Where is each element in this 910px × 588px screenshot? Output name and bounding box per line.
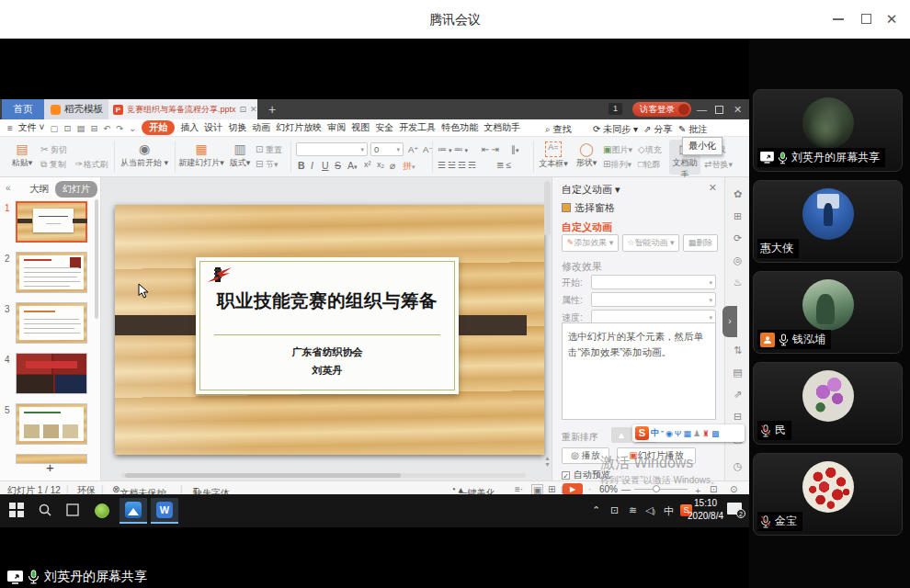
wps-minimize-icon[interactable]: — bbox=[697, 104, 707, 115]
wps-close-icon[interactable]: ✕ bbox=[734, 104, 742, 116]
layout-button[interactable]: ▥版式▾ bbox=[226, 141, 254, 169]
clear-format-button[interactable]: ⌀ bbox=[390, 160, 395, 171]
tray-expand-icon[interactable]: ⌃ bbox=[592, 504, 600, 516]
tray-icon[interactable]: ⊟ bbox=[725, 411, 750, 423]
lamp-icon[interactable]: ♨ bbox=[725, 277, 750, 288]
tray-volume-icon[interactable]: ◁) bbox=[645, 504, 655, 516]
slide-4-thumbnail[interactable] bbox=[16, 353, 87, 394]
spacing-buttons[interactable]: ≣≤ bbox=[496, 160, 513, 170]
fill-button[interactable]: ◇填充 bbox=[638, 144, 662, 156]
print-icon[interactable]: ▤ bbox=[76, 123, 85, 133]
start-button[interactable] bbox=[9, 503, 24, 521]
thumbnail-scrollbar[interactable] bbox=[95, 199, 98, 319]
participant-tile-screen-share[interactable]: 刘英丹的屏幕共享 bbox=[753, 89, 903, 172]
picture-button[interactable]: ▣图片▾ bbox=[603, 144, 632, 156]
format-painter-button[interactable]: ✑格式刷 bbox=[75, 159, 108, 171]
tray-ime-indicator[interactable]: 中 bbox=[664, 504, 674, 518]
guest-login-button[interactable]: 访客登录 bbox=[632, 102, 691, 117]
menu-review[interactable]: 审阅 bbox=[327, 121, 346, 134]
more-icon[interactable]: ⌄ bbox=[129, 123, 136, 133]
replace-button[interactable]: ⇄替换▾ bbox=[704, 159, 733, 171]
participant-tile[interactable]: 民 bbox=[753, 362, 903, 445]
start-select[interactable]: ▾ bbox=[591, 275, 716, 289]
bullet-list-buttons[interactable]: ≔▾≕▾ bbox=[438, 144, 470, 154]
outline-tab[interactable]: 大纲 bbox=[29, 183, 49, 196]
menu-devtools[interactable]: 开发工具 bbox=[399, 121, 436, 134]
search-icon[interactable] bbox=[39, 503, 51, 520]
add-slide-button[interactable]: + bbox=[46, 459, 54, 475]
wps-tab-docer[interactable]: 稻壳模板 bbox=[44, 99, 108, 119]
canvas-hscrollbar[interactable] bbox=[112, 472, 535, 479]
sogou-input-bar[interactable]: S 中 ”◉Ψ▦♟♜▩ bbox=[632, 424, 745, 442]
canvas-scroll-chevrons[interactable]: ▲▼ bbox=[543, 455, 552, 468]
preview-icon[interactable]: ⊟ bbox=[90, 123, 97, 133]
shape-button[interactable]: ◯形状▾ bbox=[573, 141, 600, 169]
wps-restore-icon[interactable] bbox=[715, 106, 723, 114]
slide-editor[interactable]: 职业技能竞赛的组织与筹备 广东省纺织协会 刘英丹 bbox=[115, 205, 544, 455]
save-icon[interactable]: ▢ bbox=[50, 123, 58, 133]
collapse-panel-icon[interactable]: « bbox=[6, 183, 11, 193]
pane-icon[interactable]: ⊞ bbox=[725, 210, 750, 222]
hamburger-icon[interactable]: ≡ bbox=[7, 123, 13, 133]
text-direction-button[interactable]: ∥▾ bbox=[511, 144, 519, 154]
cut-button[interactable]: ✂ 剪切 bbox=[40, 144, 67, 156]
menu-insert[interactable]: 插入 bbox=[180, 121, 199, 134]
slide-organization[interactable]: 广东省纺织协会 bbox=[196, 345, 459, 359]
subscript-button[interactable]: x₂ bbox=[377, 160, 384, 169]
font-family-select[interactable]: ▾ bbox=[296, 142, 368, 156]
outline-button[interactable]: □轮廓 bbox=[638, 159, 660, 171]
slide-title[interactable]: 职业技能竞赛的组织与筹备 bbox=[196, 288, 459, 313]
zoom-slider[interactable] bbox=[634, 489, 688, 490]
find-menu[interactable]: ⌕ 查找 bbox=[545, 123, 571, 136]
tune-icon[interactable]: ⇅ bbox=[725, 345, 750, 356]
menu-security[interactable]: 安全 bbox=[375, 121, 393, 134]
menu-features[interactable]: 特色功能 bbox=[441, 121, 478, 134]
minimize-button[interactable] bbox=[831, 12, 846, 27]
italic-button[interactable]: I bbox=[311, 160, 313, 171]
slide-thumb-row-3[interactable]: 3 bbox=[0, 302, 100, 347]
tab-pin-icon[interactable]: ⊡ bbox=[240, 105, 247, 114]
output-icon[interactable]: ⊡ bbox=[63, 123, 71, 133]
slide-3-thumbnail[interactable] bbox=[16, 302, 87, 344]
slide-content-card[interactable]: 职业技能竞赛的组织与筹备 广东省纺织协会 刘英丹 bbox=[196, 257, 459, 394]
anim-panel-close-icon[interactable]: ✕ bbox=[709, 182, 717, 194]
font-color-button[interactable]: A▾ bbox=[347, 160, 358, 171]
close-button[interactable]: ✕ bbox=[884, 12, 899, 27]
taskbar-clock[interactable]: 15:102020/8/4 bbox=[688, 497, 723, 523]
play-from-current-button[interactable]: ◉从当前开始 ▾ bbox=[118, 141, 171, 169]
taskbar-app-wps[interactable]: W bbox=[151, 498, 178, 524]
beautify-button[interactable]: ◔ 一键美化 ▴ bbox=[450, 484, 463, 494]
add-effect-button[interactable]: ✎添加效果 ▾ bbox=[562, 234, 619, 252]
taskbar-app-360[interactable] bbox=[88, 498, 116, 524]
view-sorter-icon[interactable]: ⊞ bbox=[548, 484, 555, 494]
wps-tab-document[interactable]: P竞赛组织与筹备流程分享.pptx⊡✕ bbox=[108, 99, 257, 119]
taskbar-app-meeting[interactable] bbox=[119, 498, 147, 524]
slide-thumb-row-1[interactable]: 1 bbox=[0, 201, 100, 246]
menu-doc-assistant[interactable]: 文档助手 bbox=[483, 121, 520, 134]
strike-button[interactable]: S bbox=[335, 160, 341, 171]
bold-button[interactable]: B bbox=[298, 160, 305, 171]
font-grow-button[interactable]: A⁺ bbox=[408, 144, 418, 154]
tray-display-icon[interactable]: ⊡ bbox=[610, 504, 619, 516]
tab-close-icon[interactable]: ✕ bbox=[250, 105, 257, 114]
slide-author[interactable]: 刘英丹 bbox=[196, 364, 459, 378]
select-pane-button[interactable]: 选择窗格 bbox=[562, 201, 615, 215]
menu-transition[interactable]: 切换 bbox=[228, 121, 246, 134]
slide-5-thumbnail[interactable] bbox=[16, 403, 87, 445]
sync-menu[interactable]: ⟳ 未同步 ▾ bbox=[593, 123, 638, 136]
menu-view[interactable]: 视图 bbox=[351, 121, 370, 134]
slide-1-thumbnail[interactable] bbox=[16, 201, 87, 243]
slide-thumb-row-5[interactable]: 5 bbox=[0, 403, 100, 448]
menu-animation[interactable]: 动画 bbox=[252, 121, 270, 134]
new-slide-button[interactable]: ▦新建幻灯片▾ bbox=[178, 141, 224, 169]
slides-tab[interactable]: 幻灯片 bbox=[55, 181, 97, 198]
undo-icon[interactable]: ↶ bbox=[103, 123, 110, 133]
align-buttons[interactable]: ☰☱☲☴ bbox=[438, 160, 478, 170]
underline-button[interactable]: U bbox=[322, 160, 329, 171]
canvas-vscrollbar[interactable] bbox=[544, 181, 551, 236]
maximize-button[interactable] bbox=[859, 12, 873, 27]
reset-button[interactable]: ⊡ 重置 bbox=[256, 144, 282, 156]
share-menu[interactable]: ⇗ 分享 bbox=[643, 123, 672, 136]
view-normal-icon[interactable]: ≡· bbox=[515, 484, 523, 494]
panel-expand-handle[interactable]: › bbox=[722, 306, 737, 337]
